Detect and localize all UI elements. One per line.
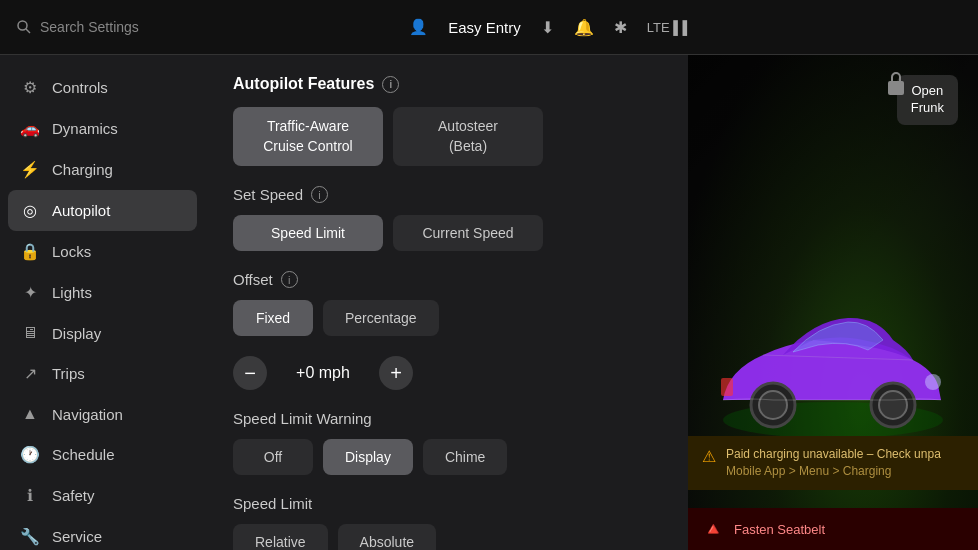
fasten-seatbelt-label: Fasten Seatbelt xyxy=(734,522,825,537)
offset-value: +0 mph xyxy=(283,364,363,382)
sidebar-label-navigation: Navigation xyxy=(52,406,123,423)
warning-off-button[interactable]: Off xyxy=(233,439,313,475)
autopilot-features-title: Autopilot Features i xyxy=(233,75,660,93)
sidebar-label-display: Display xyxy=(52,325,101,342)
speed-limit-button[interactable]: Speed Limit xyxy=(233,215,383,251)
svg-point-8 xyxy=(925,374,941,390)
offset-info-icon[interactable]: i xyxy=(281,271,298,288)
speed-limit-warning-title: Speed Limit Warning xyxy=(233,410,660,427)
sidebar-label-autopilot: Autopilot xyxy=(52,202,110,219)
sidebar-label-dynamics: Dynamics xyxy=(52,120,118,137)
warning-display-button[interactable]: Display xyxy=(323,439,413,475)
easy-entry-label[interactable]: Easy Entry xyxy=(448,19,521,36)
minus-icon: − xyxy=(244,362,256,385)
offset-minus-button[interactable]: − xyxy=(233,356,267,390)
plus-icon: + xyxy=(390,362,402,385)
seatbelt-icon: 🔺 xyxy=(702,518,724,540)
notif-line2: Mobile App > Menu > Charging xyxy=(726,463,941,480)
locks-icon: 🔒 xyxy=(20,242,40,261)
sidebar-item-trips[interactable]: ↗ Trips xyxy=(0,353,205,394)
sidebar-item-service[interactable]: 🔧 Service xyxy=(0,516,205,550)
sidebar-label-trips: Trips xyxy=(52,365,85,382)
offset-title: Offset i xyxy=(233,271,660,288)
sidebar: ⚙ Controls 🚗 Dynamics ⚡ Charging ◎ Autop… xyxy=(0,55,205,550)
svg-rect-9 xyxy=(721,378,733,396)
navigation-icon: ▲ xyxy=(20,405,40,423)
sidebar-label-locks: Locks xyxy=(52,243,91,260)
fixed-button[interactable]: Fixed xyxy=(233,300,313,336)
safety-icon: ℹ xyxy=(20,486,40,505)
fasten-seatbelt-bar: 🔺 Fasten Seatbelt xyxy=(688,508,978,550)
warning-icon: ⚠ xyxy=(702,447,716,466)
open-frunk-line1: Open xyxy=(911,83,943,98)
sidebar-item-autopilot[interactable]: ◎ Autopilot xyxy=(8,190,197,231)
sidebar-item-safety[interactable]: ℹ Safety xyxy=(0,475,205,516)
set-speed-title: Set Speed i xyxy=(233,186,660,203)
absolute-button[interactable]: Absolute xyxy=(338,524,436,550)
current-speed-button[interactable]: Current Speed xyxy=(393,215,543,251)
charging-icon: ⚡ xyxy=(20,160,40,179)
dynamics-icon: 🚗 xyxy=(20,119,40,138)
display-icon: 🖥 xyxy=(20,324,40,342)
content-area: Autopilot Features i Traffic-AwareCruise… xyxy=(205,55,688,550)
sidebar-item-lights[interactable]: ✦ Lights xyxy=(0,272,205,313)
notification-bar: ⚠ Paid charging unavailable – Check unpa… xyxy=(688,436,978,490)
search-placeholder: Search Settings xyxy=(40,19,139,35)
speed-limit-type-group: Relative Absolute xyxy=(233,524,660,550)
svg-point-5 xyxy=(759,391,787,419)
search-area[interactable]: Search Settings xyxy=(16,19,139,35)
signal-icon: LTE ▌▌ xyxy=(647,20,692,35)
sidebar-item-charging[interactable]: ⚡ Charging xyxy=(0,149,205,190)
sidebar-item-schedule[interactable]: 🕐 Schedule xyxy=(0,434,205,475)
svg-point-0 xyxy=(18,21,27,30)
svg-line-1 xyxy=(26,29,30,33)
offset-type-group: Fixed Percentage xyxy=(233,300,660,336)
sidebar-item-display[interactable]: 🖥 Display xyxy=(0,313,205,353)
tacc-button[interactable]: Traffic-AwareCruise Control xyxy=(233,107,383,166)
bluetooth-icon: ✱ xyxy=(614,18,627,37)
svg-rect-2 xyxy=(888,81,904,95)
sidebar-item-locks[interactable]: 🔒 Locks xyxy=(0,231,205,272)
sidebar-label-service: Service xyxy=(52,528,102,545)
controls-icon: ⚙ xyxy=(20,78,40,97)
sidebar-item-controls[interactable]: ⚙ Controls xyxy=(0,67,205,108)
main-layout: ⚙ Controls 🚗 Dynamics ⚡ Charging ◎ Autop… xyxy=(0,55,978,550)
sidebar-label-lights: Lights xyxy=(52,284,92,301)
sidebar-label-charging: Charging xyxy=(52,161,113,178)
notif-line1: Paid charging unavailable – Check unpa xyxy=(726,446,941,463)
service-icon: 🔧 xyxy=(20,527,40,546)
set-speed-group: Speed Limit Current Speed xyxy=(233,215,660,251)
trips-icon: ↗ xyxy=(20,364,40,383)
sidebar-item-dynamics[interactable]: 🚗 Dynamics xyxy=(0,108,205,149)
autopilot-features-group: Traffic-AwareCruise Control Autosteer(Be… xyxy=(233,107,660,166)
offset-plus-button[interactable]: + xyxy=(379,356,413,390)
autopilot-info-icon[interactable]: i xyxy=(382,76,399,93)
sidebar-label-controls: Controls xyxy=(52,79,108,96)
percentage-button[interactable]: Percentage xyxy=(323,300,439,336)
speed-limit-title: Speed Limit xyxy=(233,495,660,512)
sidebar-label-schedule: Schedule xyxy=(52,446,115,463)
sidebar-label-safety: Safety xyxy=(52,487,95,504)
sidebar-item-navigation[interactable]: ▲ Navigation xyxy=(0,394,205,434)
autosteer-button[interactable]: Autosteer(Beta) xyxy=(393,107,543,166)
schedule-icon: 🕐 xyxy=(20,445,40,464)
search-icon xyxy=(16,19,32,35)
open-frunk-line2: Frunk xyxy=(911,100,944,115)
top-center: 👤 Easy Entry ⬇ 🔔 ✱ LTE ▌▌ xyxy=(139,18,962,37)
car-svg xyxy=(693,290,973,450)
offset-control: − +0 mph + xyxy=(233,356,660,390)
set-speed-info-icon[interactable]: i xyxy=(311,186,328,203)
bell-icon: 🔔 xyxy=(574,18,594,37)
right-panel: Open Frunk xyxy=(688,55,978,550)
svg-point-7 xyxy=(879,391,907,419)
top-bar: Search Settings 👤 Easy Entry ⬇ 🔔 ✱ LTE ▌… xyxy=(0,0,978,55)
relative-button[interactable]: Relative xyxy=(233,524,328,550)
autopilot-icon: ◎ xyxy=(20,201,40,220)
lock-icon xyxy=(884,69,908,101)
person-icon: 👤 xyxy=(409,18,428,36)
download-icon: ⬇ xyxy=(541,18,554,37)
lights-icon: ✦ xyxy=(20,283,40,302)
warning-chime-button[interactable]: Chime xyxy=(423,439,507,475)
speed-limit-warning-group: Off Display Chime xyxy=(233,439,660,475)
notification-text: Paid charging unavailable – Check unpa M… xyxy=(726,446,941,480)
